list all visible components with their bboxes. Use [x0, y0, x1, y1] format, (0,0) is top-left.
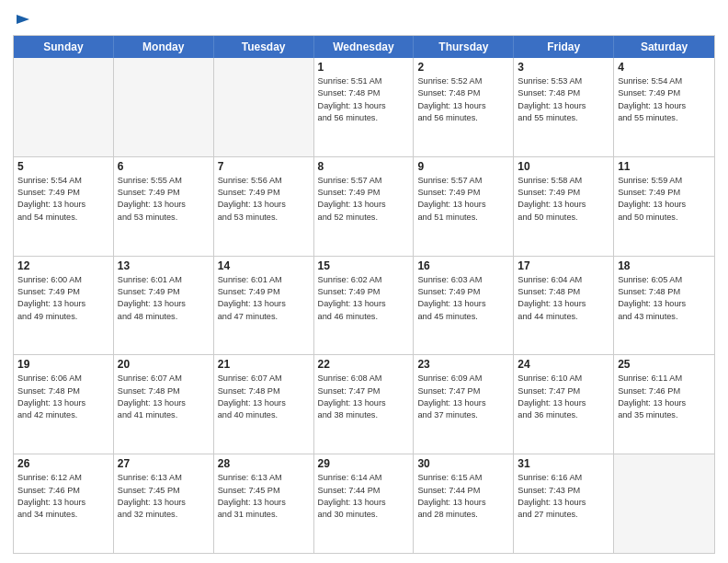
cell-line-1: Sunset: 7:46 PM [17, 485, 109, 497]
day-number: 4 [618, 61, 711, 74]
cell-line-3: and 55 minutes. [518, 112, 609, 124]
cell-line-3: and 53 minutes. [118, 212, 210, 224]
cell-line-0: Sunrise: 6:14 AM [318, 472, 410, 484]
cell-line-1: Sunset: 7:48 PM [17, 385, 109, 397]
cell-line-0: Sunrise: 5:54 AM [618, 75, 711, 87]
cell-line-1: Sunset: 7:48 PM [518, 286, 609, 298]
cell-line-1: Sunset: 7:45 PM [218, 485, 310, 497]
day-number: 24 [518, 358, 609, 371]
cell-line-1: Sunset: 7:45 PM [118, 485, 210, 497]
calendar-cell-r3-c4: 23Sunrise: 6:09 AMSunset: 7:47 PMDayligh… [414, 355, 514, 454]
cell-line-3: and 36 minutes. [518, 409, 609, 421]
day-number: 7 [218, 160, 310, 173]
cell-line-1: Sunset: 7:47 PM [417, 385, 509, 397]
day-number: 20 [118, 358, 210, 371]
cell-line-0: Sunrise: 5:57 AM [417, 175, 509, 187]
cell-line-3: and 51 minutes. [417, 212, 509, 224]
calendar-cell-r2-c0: 12Sunrise: 6:00 AMSunset: 7:49 PMDayligh… [14, 257, 114, 355]
day-number: 18 [618, 259, 711, 272]
cell-line-0: Sunrise: 6:05 AM [618, 274, 711, 286]
day-number: 21 [218, 358, 310, 371]
cell-line-3: and 46 minutes. [318, 311, 410, 323]
day-number: 12 [17, 259, 109, 272]
cell-line-2: Daylight: 13 hours [417, 497, 509, 509]
calendar-row-3: 19Sunrise: 6:06 AMSunset: 7:48 PMDayligh… [14, 355, 714, 454]
calendar-cell-r2-c4: 16Sunrise: 6:03 AMSunset: 7:49 PMDayligh… [414, 257, 514, 355]
day-number: 2 [417, 61, 509, 74]
day-number: 19 [17, 358, 109, 371]
calendar-cell-r4-c4: 30Sunrise: 6:15 AMSunset: 7:44 PMDayligh… [414, 454, 514, 553]
day-number: 16 [417, 259, 509, 272]
cell-line-0: Sunrise: 6:11 AM [618, 373, 711, 385]
cell-line-2: Daylight: 13 hours [318, 298, 410, 310]
day-number: 30 [417, 457, 509, 470]
calendar-cell-r1-c6: 11Sunrise: 5:59 AMSunset: 7:49 PMDayligh… [614, 157, 714, 256]
calendar-cell-r1-c2: 7Sunrise: 5:56 AMSunset: 7:49 PMDaylight… [214, 157, 314, 256]
cell-line-3: and 55 minutes. [618, 112, 711, 124]
calendar-cell-r0-c3: 1Sunrise: 5:51 AMSunset: 7:48 PMDaylight… [314, 58, 415, 156]
cell-line-3: and 43 minutes. [618, 311, 711, 323]
cell-line-3: and 50 minutes. [618, 212, 711, 224]
cell-line-0: Sunrise: 6:01 AM [118, 274, 210, 286]
day-number: 15 [318, 259, 410, 272]
cell-line-0: Sunrise: 5:56 AM [218, 175, 310, 187]
cell-line-0: Sunrise: 6:03 AM [417, 274, 509, 286]
cell-line-1: Sunset: 7:49 PM [118, 187, 210, 199]
cell-line-1: Sunset: 7:47 PM [318, 385, 410, 397]
calendar-row-4: 26Sunrise: 6:12 AMSunset: 7:46 PMDayligh… [14, 454, 714, 553]
cell-line-2: Daylight: 13 hours [417, 100, 509, 112]
cell-line-3: and 42 minutes. [17, 409, 109, 421]
cell-line-0: Sunrise: 5:53 AM [518, 75, 609, 87]
cell-line-0: Sunrise: 6:07 AM [118, 373, 210, 385]
cell-line-2: Daylight: 13 hours [518, 199, 609, 211]
day-number: 3 [518, 61, 609, 74]
cell-line-1: Sunset: 7:48 PM [518, 87, 609, 99]
day-number: 6 [118, 160, 210, 173]
calendar-cell-r4-c6 [614, 454, 714, 553]
cell-line-2: Daylight: 13 hours [318, 100, 410, 112]
cell-line-3: and 47 minutes. [218, 311, 310, 323]
header-day-tuesday: Tuesday [214, 36, 314, 58]
calendar-cell-r4-c3: 29Sunrise: 6:14 AMSunset: 7:44 PMDayligh… [314, 454, 415, 553]
day-number: 17 [518, 259, 609, 272]
cell-line-3: and 44 minutes. [518, 311, 609, 323]
cell-line-0: Sunrise: 6:00 AM [17, 274, 109, 286]
calendar-cell-r0-c0 [14, 58, 114, 156]
cell-line-2: Daylight: 13 hours [118, 397, 210, 409]
day-number: 9 [417, 160, 509, 173]
cell-line-0: Sunrise: 6:07 AM [218, 373, 310, 385]
cell-line-3: and 38 minutes. [318, 409, 410, 421]
cell-line-2: Daylight: 13 hours [118, 497, 210, 509]
header-day-wednesday: Wednesday [314, 36, 415, 58]
cell-line-3: and 40 minutes. [218, 409, 310, 421]
cell-line-1: Sunset: 7:49 PM [318, 187, 410, 199]
day-number: 23 [417, 358, 509, 371]
svg-marker-0 [17, 15, 29, 24]
cell-line-0: Sunrise: 6:01 AM [218, 274, 310, 286]
day-number: 10 [518, 160, 609, 173]
day-number: 25 [618, 358, 711, 371]
day-number: 1 [318, 61, 410, 74]
day-number: 5 [17, 160, 109, 173]
cell-line-1: Sunset: 7:49 PM [618, 187, 711, 199]
calendar-cell-r1-c1: 6Sunrise: 5:55 AMSunset: 7:49 PMDaylight… [114, 157, 214, 256]
header-day-sunday: Sunday [14, 36, 114, 58]
cell-line-3: and 52 minutes. [318, 212, 410, 224]
cell-line-3: and 49 minutes. [17, 311, 109, 323]
cell-line-2: Daylight: 13 hours [118, 199, 210, 211]
cell-line-0: Sunrise: 5:55 AM [118, 175, 210, 187]
logo [13, 9, 31, 29]
calendar-cell-r1-c4: 9Sunrise: 5:57 AMSunset: 7:49 PMDaylight… [414, 157, 514, 256]
cell-line-0: Sunrise: 5:57 AM [318, 175, 410, 187]
cell-line-1: Sunset: 7:47 PM [518, 385, 609, 397]
cell-line-1: Sunset: 7:43 PM [518, 485, 609, 497]
cell-line-3: and 30 minutes. [318, 509, 410, 521]
cell-line-0: Sunrise: 6:02 AM [318, 274, 410, 286]
calendar-cell-r0-c6: 4Sunrise: 5:54 AMSunset: 7:49 PMDaylight… [614, 58, 714, 156]
cell-line-0: Sunrise: 6:06 AM [17, 373, 109, 385]
day-number: 11 [618, 160, 711, 173]
cell-line-1: Sunset: 7:49 PM [17, 286, 109, 298]
cell-line-1: Sunset: 7:44 PM [417, 485, 509, 497]
calendar-cell-r0-c5: 3Sunrise: 5:53 AMSunset: 7:48 PMDaylight… [514, 58, 614, 156]
cell-line-2: Daylight: 13 hours [417, 397, 509, 409]
